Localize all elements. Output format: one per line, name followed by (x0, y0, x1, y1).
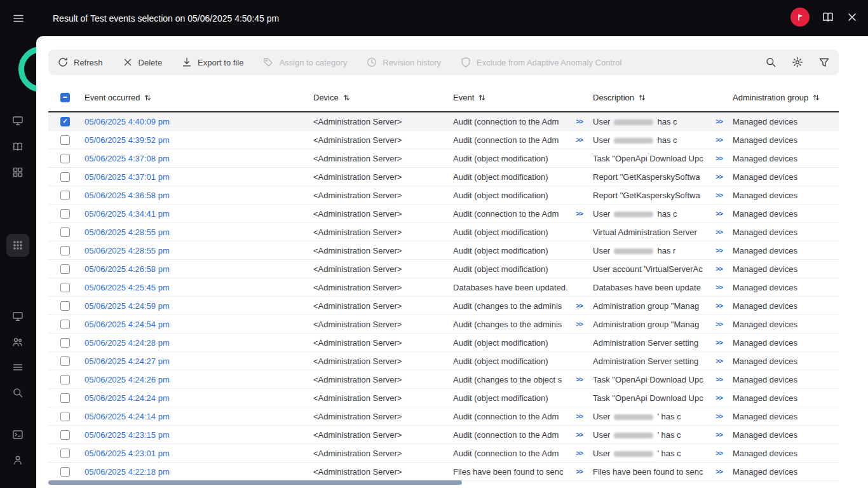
expand-event-link[interactable]: >> (572, 376, 583, 383)
expand-description-link[interactable]: >> (712, 376, 722, 383)
users-icon[interactable] (12, 336, 24, 348)
table-row[interactable]: 05/06/2025 4:37:01 pm<Administration Ser… (48, 168, 839, 186)
expand-event-link[interactable]: >> (572, 118, 583, 125)
sort-icon[interactable] (342, 93, 351, 102)
expand-event-link[interactable]: >> (572, 449, 583, 457)
expand-event-link[interactable]: >> (572, 210, 583, 217)
event-time-link[interactable]: 05/06/2025 4:37:08 pm (85, 154, 170, 163)
row-checkbox[interactable] (60, 117, 70, 126)
expand-description-link[interactable]: >> (712, 320, 722, 328)
devices-icon[interactable] (12, 311, 24, 322)
table-row[interactable]: 05/06/2025 4:26:58 pm<Administration Ser… (48, 260, 839, 278)
event-time-link[interactable]: 05/06/2025 4:28:55 pm (85, 227, 170, 237)
row-checkbox[interactable] (60, 430, 70, 440)
row-checkbox[interactable] (60, 375, 70, 384)
event-time-link[interactable]: 05/06/2025 4:25:45 pm (85, 283, 170, 292)
table-row[interactable]: 05/06/2025 4:24:54 pm<Administration Ser… (48, 315, 839, 334)
search-icon[interactable] (12, 387, 24, 398)
sort-icon[interactable] (478, 93, 486, 102)
expand-description-link[interactable]: >> (712, 339, 722, 346)
expand-description-link[interactable]: >> (712, 302, 722, 309)
row-checkbox[interactable] (60, 412, 70, 421)
expand-event-link[interactable]: >> (572, 431, 583, 438)
event-time-link[interactable]: 05/06/2025 4:24:14 pm (85, 412, 170, 421)
event-time-link[interactable]: 05/06/2025 4:24:24 pm (85, 393, 170, 403)
event-time-link[interactable]: 05/06/2025 4:23:15 pm (85, 430, 170, 440)
row-checkbox[interactable] (60, 209, 70, 219)
event-time-link[interactable]: 05/06/2025 4:37:01 pm (85, 172, 170, 182)
expand-description-link[interactable]: >> (712, 357, 722, 365)
expand-event-link[interactable]: >> (572, 468, 583, 475)
sort-icon[interactable] (144, 93, 152, 102)
sort-icon[interactable] (638, 93, 646, 102)
expand-description-link[interactable]: >> (712, 265, 722, 273)
row-checkbox[interactable] (60, 135, 70, 145)
table-row[interactable]: 05/06/2025 4:34:41 pm<Administration Ser… (48, 205, 839, 223)
row-checkbox[interactable] (60, 449, 70, 458)
event-time-link[interactable]: 05/06/2025 4:34:41 pm (85, 209, 170, 219)
row-checkbox[interactable] (60, 356, 70, 366)
event-time-link[interactable]: 05/06/2025 4:26:58 pm (85, 264, 170, 274)
menu-icon[interactable] (13, 13, 24, 24)
expand-description-link[interactable]: >> (712, 173, 722, 180)
column-header-event[interactable]: Event (453, 93, 593, 102)
column-header-device[interactable]: Device (313, 93, 453, 102)
event-time-link[interactable]: 05/06/2025 4:39:52 pm (85, 135, 170, 145)
table-row[interactable]: 05/06/2025 4:23:15 pm<Administration Ser… (48, 426, 839, 444)
console-icon[interactable] (12, 429, 24, 440)
expand-description-link[interactable]: >> (712, 210, 722, 217)
filter-icon[interactable] (818, 57, 830, 68)
table-row[interactable]: 05/06/2025 4:22:18 pm<Administration Ser… (48, 463, 839, 481)
column-header-administration-group[interactable]: Administration group (733, 93, 839, 102)
row-checkbox[interactable] (60, 154, 70, 163)
row-checkbox[interactable] (60, 227, 70, 237)
column-header-event-occurred[interactable]: Event occurred (85, 93, 313, 102)
event-time-link[interactable]: 05/06/2025 4:28:55 pm (85, 246, 170, 255)
event-time-link[interactable]: 05/06/2025 4:24:54 pm (85, 320, 170, 329)
expand-description-link[interactable]: >> (712, 136, 722, 144)
settings-icon[interactable] (792, 57, 803, 68)
table-row[interactable]: 05/06/2025 4:24:27 pm<Administration Ser… (48, 352, 839, 370)
event-time-link[interactable]: 05/06/2025 4:36:58 pm (85, 191, 170, 200)
table-row[interactable]: 05/06/2025 4:39:52 pm<Administration Ser… (48, 131, 839, 149)
table-row[interactable]: 05/06/2025 4:24:28 pm<Administration Ser… (48, 334, 839, 352)
expand-description-link[interactable]: >> (712, 228, 722, 236)
row-checkbox[interactable] (60, 301, 70, 311)
table-row[interactable]: 05/06/2025 4:24:14 pm<Administration Ser… (48, 407, 839, 426)
row-checkbox[interactable] (60, 320, 70, 329)
event-time-link[interactable]: 05/06/2025 4:24:27 pm (85, 356, 170, 366)
row-checkbox[interactable] (60, 246, 70, 255)
current-section-icon[interactable] (6, 234, 29, 257)
expand-description-link[interactable]: >> (712, 118, 722, 125)
monitoring-icon[interactable] (12, 115, 24, 126)
table-row[interactable]: 05/06/2025 4:24:26 pm<Administration Ser… (48, 370, 839, 389)
select-all-checkbox[interactable] (60, 93, 70, 102)
row-checkbox[interactable] (60, 264, 70, 274)
expand-description-link[interactable]: >> (712, 154, 722, 162)
table-row[interactable]: 05/06/2025 4:28:55 pm<Administration Ser… (48, 223, 839, 241)
refresh-button[interactable]: Refresh (57, 57, 103, 68)
column-header-description[interactable]: Description (593, 93, 733, 102)
repositories-icon[interactable] (12, 362, 24, 373)
expand-event-link[interactable]: >> (572, 412, 583, 420)
export-to-file-button[interactable]: Export to file (181, 57, 243, 68)
table-row[interactable]: 05/06/2025 4:25:45 pm<Administration Ser… (48, 278, 839, 297)
table-row[interactable]: 05/06/2025 4:28:55 pm<Administration Ser… (48, 241, 839, 260)
row-checkbox[interactable] (60, 172, 70, 182)
delete-button[interactable]: Delete (122, 57, 163, 68)
table-row[interactable]: 05/06/2025 4:36:58 pm<Administration Ser… (48, 186, 839, 205)
row-checkbox[interactable] (60, 283, 70, 292)
event-time-link[interactable]: 05/06/2025 4:24:28 pm (85, 338, 170, 348)
event-time-link[interactable]: 05/06/2025 4:24:26 pm (85, 375, 170, 384)
table-row[interactable]: 05/06/2025 4:24:59 pm<Administration Ser… (48, 297, 839, 315)
event-time-link[interactable]: 05/06/2025 4:24:59 pm (85, 301, 170, 311)
expand-description-link[interactable]: >> (712, 283, 722, 291)
table-row[interactable]: 05/06/2025 4:24:24 pm<Administration Ser… (48, 389, 839, 407)
expand-description-link[interactable]: >> (712, 468, 722, 475)
services-icon[interactable] (12, 166, 24, 178)
event-time-link[interactable]: 05/06/2025 4:22:18 pm (85, 467, 170, 477)
expand-description-link[interactable]: >> (712, 191, 722, 199)
row-checkbox[interactable] (60, 338, 70, 348)
search-icon[interactable] (765, 57, 776, 68)
event-time-link[interactable]: 05/06/2025 4:40:09 pm (85, 117, 170, 126)
